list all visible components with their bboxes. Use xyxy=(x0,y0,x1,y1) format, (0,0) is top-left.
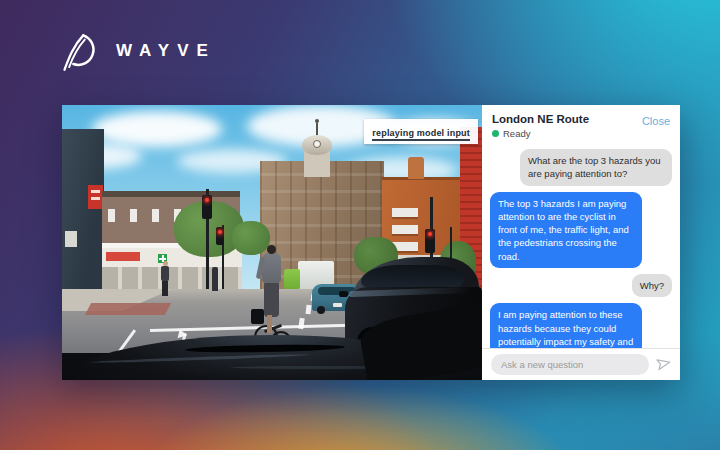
wayve-swirl-icon xyxy=(52,26,102,76)
balcony xyxy=(392,208,418,217)
red-light xyxy=(218,230,222,234)
traffic-light-red xyxy=(425,229,435,253)
red-light xyxy=(428,232,432,236)
balcony xyxy=(392,225,418,234)
red-crossing-patch xyxy=(85,303,171,315)
chat-input-bar xyxy=(482,348,680,380)
traffic-light-red xyxy=(202,195,212,219)
message-bubble-user: What are the top 3 hazards you are payin… xyxy=(520,149,672,186)
clock-face xyxy=(313,140,321,148)
pedestrian xyxy=(161,261,171,297)
message-bubble-assistant: The top 3 hazards I am paying attention … xyxy=(490,192,642,268)
red-sign xyxy=(88,185,103,209)
status-text: Ready xyxy=(503,128,530,139)
wayve-wordmark: WAYVE xyxy=(116,41,216,61)
lane-dash xyxy=(305,305,311,315)
send-button[interactable] xyxy=(656,356,671,374)
white-sign xyxy=(65,231,77,247)
wayve-logo: WAYVE xyxy=(52,26,216,76)
shop-windows xyxy=(102,267,242,289)
message-bubble-assistant: I am paying attention to these hazards b… xyxy=(490,303,642,348)
car-wheel xyxy=(317,306,325,314)
close-button[interactable]: Close xyxy=(642,115,670,127)
traffic-light-red xyxy=(216,227,224,245)
status-dot xyxy=(492,130,499,137)
chimney xyxy=(408,157,424,179)
building-left-dark xyxy=(62,129,104,291)
replaying-model-input-label: replaying model input xyxy=(364,119,478,144)
question-input[interactable] xyxy=(491,354,649,375)
cloud xyxy=(92,111,222,147)
chat-header: London NE Route Ready Close xyxy=(482,105,680,144)
drive-video-frame: replaying model input xyxy=(62,105,482,380)
clock-tower xyxy=(302,135,332,177)
chat-panel: London NE Route Ready Close What are the… xyxy=(482,105,680,380)
red-light xyxy=(205,198,209,202)
hood-vent xyxy=(185,344,345,354)
demo-panel: replaying model input London NE Route Re… xyxy=(62,105,680,380)
paper-plane-icon xyxy=(656,356,671,374)
pedestrian xyxy=(212,267,218,291)
message-bubble-user: Why? xyxy=(632,274,672,297)
shop-sign xyxy=(106,252,140,261)
message-list: What are the top 3 hazards you are payin… xyxy=(482,144,680,348)
status-row: Ready xyxy=(492,128,670,139)
